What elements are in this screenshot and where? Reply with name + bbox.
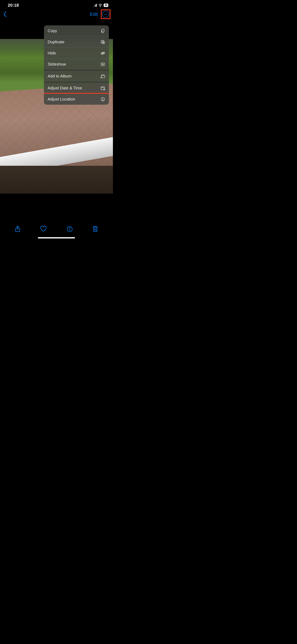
menu-add-to-album-label: Add to Album — [48, 74, 72, 78]
menu-duplicate-label: Duplicate — [48, 40, 64, 44]
annotation-highlight-more — [101, 10, 110, 19]
nav-right: Edit — [90, 10, 110, 19]
info-button[interactable] — [66, 226, 73, 232]
svg-marker-9 — [102, 64, 104, 65]
duplicate-icon — [101, 40, 105, 44]
menu-adjust-date-time[interactable]: Adjust Date & Time — [44, 82, 109, 94]
menu-copy[interactable]: Copy — [44, 25, 109, 36]
menu-add-to-album[interactable]: Add to Album — [44, 71, 109, 82]
context-menu: Copy Duplicate Hide — [44, 25, 109, 105]
menu-hide[interactable]: Hide — [44, 48, 109, 59]
svg-point-24 — [70, 228, 70, 228]
back-button[interactable] — [3, 11, 7, 17]
menu-slideshow-label: Slideshow — [48, 62, 66, 67]
home-indicator[interactable] — [38, 237, 75, 238]
cellular-signal-icon — [93, 4, 97, 7]
adjust-date-icon — [101, 86, 105, 90]
status-icons: 45 — [93, 4, 108, 7]
share-button[interactable] — [14, 226, 21, 232]
favorite-button[interactable] — [40, 226, 47, 232]
nav-bar: Edit — [0, 9, 113, 20]
battery-icon: 45 — [104, 4, 108, 7]
edit-button[interactable]: Edit — [90, 12, 98, 17]
battery-percent: 45 — [105, 4, 107, 6]
wifi-icon — [98, 4, 102, 7]
slideshow-icon — [101, 62, 105, 67]
hide-icon — [101, 51, 105, 56]
status-time: 20:18 — [8, 3, 19, 8]
menu-adjust-date-label: Adjust Date & Time — [48, 86, 82, 90]
menu-copy-label: Copy — [48, 28, 57, 33]
svg-point-19 — [103, 100, 103, 100]
status-bar: 20:18 45 — [0, 0, 113, 9]
more-button[interactable] — [102, 11, 109, 18]
svg-point-0 — [100, 6, 101, 7]
adjust-location-icon — [101, 97, 105, 102]
menu-slideshow[interactable]: Slideshow — [44, 59, 109, 71]
menu-adjust-location[interactable]: Adjust Location — [44, 93, 109, 105]
menu-adjust-location-label: Adjust Location — [48, 97, 75, 102]
svg-rect-10 — [102, 75, 105, 78]
menu-duplicate[interactable]: Duplicate — [44, 36, 109, 48]
copy-icon — [101, 28, 105, 33]
svg-rect-1 — [102, 29, 104, 32]
delete-button[interactable] — [92, 226, 99, 232]
menu-hide-label: Hide — [48, 51, 56, 56]
bottom-toolbar — [0, 222, 113, 234]
add-to-album-icon — [101, 74, 105, 78]
